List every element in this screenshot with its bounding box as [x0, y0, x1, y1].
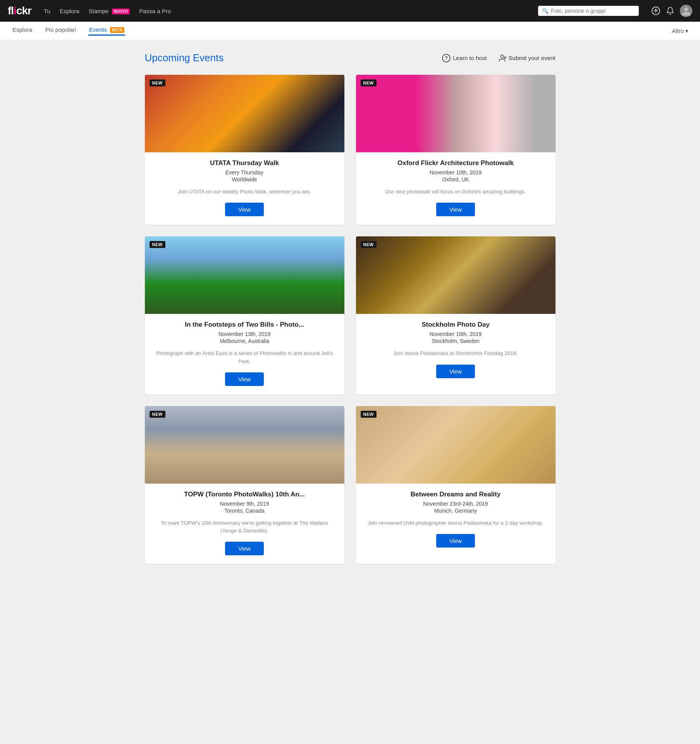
event-location: Toronto, Canada [154, 508, 335, 514]
nav-tu[interactable]: Tu [43, 6, 51, 16]
event-title: Stockholm Photo Day [365, 321, 546, 329]
event-body: In the Footsteps of Two Bills - Photo...… [145, 314, 344, 394]
nav-esplora[interactable]: Esplora [59, 6, 80, 16]
event-image [145, 75, 344, 152]
chevron-down-icon: ▾ [685, 28, 688, 34]
event-image [356, 75, 556, 152]
header-actions: ? Learn to host Submit your event [442, 54, 555, 62]
event-image-wrapper: NEW [145, 75, 344, 152]
search-input[interactable] [551, 8, 635, 14]
event-body: Oxford Flickr Architecture Photowalk Nov… [356, 152, 556, 225]
new-badge: NEW [361, 79, 377, 86]
nav-pro[interactable]: Passa a Pro [138, 6, 172, 16]
event-date: November 13th, 2019 [154, 331, 335, 337]
new-badge: NEW [150, 411, 165, 418]
page-title: Upcoming Events [145, 52, 224, 64]
svg-point-4 [500, 55, 503, 57]
beta-badge: BETA [110, 27, 124, 33]
event-date: November 10th, 2019 [365, 169, 546, 176]
event-card-footsteps: NEW In the Footsteps of Two Bills - Phot… [145, 236, 344, 394]
event-image-wrapper: NEW [356, 406, 556, 484]
sub-nav-esplora[interactable]: Esplora [12, 26, 33, 36]
search-icon: 🔍 [542, 8, 549, 14]
flickr-logo: flickr [8, 5, 31, 17]
event-body: Between Dreams and Reality November 23rd… [356, 484, 556, 556]
event-description: Join Iwona Podlasinska at Stockholms Fot… [365, 350, 546, 357]
event-date: November 16th, 2019 [365, 331, 546, 337]
altro-dropdown[interactable]: Altro ▾ [672, 28, 688, 34]
event-card-stockholm: NEW Stockholm Photo Day November 16th, 2… [356, 236, 556, 394]
event-date: Every Thursday [154, 169, 335, 176]
question-icon: ? [442, 54, 451, 62]
event-location: Stockholm, Sweden [365, 338, 546, 344]
event-image-wrapper: NEW [356, 75, 556, 152]
event-date: November 9th, 2019 [154, 501, 335, 507]
view-button[interactable]: View [436, 365, 475, 378]
event-image [145, 236, 344, 314]
event-description: Join renowned child photographer Iwona P… [365, 519, 546, 527]
event-description: To mark TOPW's 10th Anniversary we're ge… [154, 519, 335, 535]
event-image [145, 406, 344, 484]
main-content: Upcoming Events ? Learn to host Submit y… [137, 40, 563, 575]
svg-point-3 [684, 7, 688, 11]
events-grid: NEW UTATA Thursday Walk Every Thursday W… [145, 75, 556, 564]
view-button[interactable]: View [436, 534, 475, 548]
top-nav: flickr Tu Esplora Stampe NUOVO Passa a P… [0, 0, 700, 22]
event-card-dreams: NEW Between Dreams and Reality November … [356, 406, 556, 564]
new-badge: NEW [150, 79, 165, 86]
event-description: Join UTATA on our weekly Photo Walk, whe… [154, 188, 335, 196]
sub-nav-events[interactable]: Events BETA [88, 26, 125, 36]
event-title: Between Dreams and Reality [365, 491, 546, 498]
view-button[interactable]: View [225, 372, 264, 386]
event-body: UTATA Thursday Walk Every Thursday World… [145, 152, 344, 225]
event-location: Munich, Germany [365, 508, 546, 514]
event-title: TOPW (Toronto PhotoWalks) 10th An... [154, 491, 335, 498]
sub-nav-piu-popolari[interactable]: Più popolari [45, 26, 77, 36]
event-image-wrapper: NEW [145, 406, 344, 484]
nav-icons [651, 5, 692, 17]
nav-stampe[interactable]: Stampe NUOVO [88, 6, 131, 16]
new-badge: NEW [150, 241, 165, 248]
event-location: Oxford, UK [365, 176, 546, 183]
event-location: Worldwide [154, 176, 335, 183]
event-body: TOPW (Toronto PhotoWalks) 10th An... Nov… [145, 484, 344, 564]
event-body: Stockholm Photo Day November 16th, 2019 … [356, 314, 556, 386]
new-badge: NEW [361, 241, 377, 248]
event-title: In the Footsteps of Two Bills - Photo... [154, 321, 335, 329]
event-title: Oxford Flickr Architecture Photowalk [365, 159, 546, 167]
sub-nav: Esplora Più popolari Events BETA Altro ▾ [0, 22, 700, 40]
view-button[interactable]: View [436, 203, 475, 216]
avatar[interactable] [680, 5, 692, 17]
page-header: Upcoming Events ? Learn to host Submit y… [145, 52, 556, 64]
learn-to-host-link[interactable]: ? Learn to host [442, 54, 487, 62]
view-button[interactable]: View [225, 203, 264, 216]
event-description: Our next photowalk will focus on Oxford'… [365, 188, 546, 196]
new-badge: NEW [361, 411, 377, 418]
view-button[interactable]: View [225, 542, 264, 555]
event-card-topw: NEW TOPW (Toronto PhotoWalks) 10th An...… [145, 406, 344, 564]
event-date: November 23rd-24th, 2019 [365, 501, 546, 507]
submit-event-link[interactable]: Submit your event [498, 54, 556, 62]
upload-button[interactable] [651, 6, 660, 16]
nuovo-badge: NUOVO [112, 9, 130, 14]
event-card-utata: NEW UTATA Thursday Walk Every Thursday W… [145, 75, 344, 225]
notifications-button[interactable] [666, 7, 674, 15]
event-title: UTATA Thursday Walk [154, 159, 335, 167]
event-description: Photograph with an Artist Eyes is a seri… [154, 350, 335, 365]
event-image [356, 406, 556, 484]
person-icon [498, 54, 506, 62]
event-image [356, 236, 556, 314]
search-bar: 🔍 [538, 6, 639, 16]
event-image-wrapper: NEW [356, 236, 556, 314]
event-image-wrapper: NEW [145, 236, 344, 314]
event-location: Melbourne, Australia [154, 338, 335, 344]
event-card-oxford: NEW Oxford Flickr Architecture Photowalk… [356, 75, 556, 225]
